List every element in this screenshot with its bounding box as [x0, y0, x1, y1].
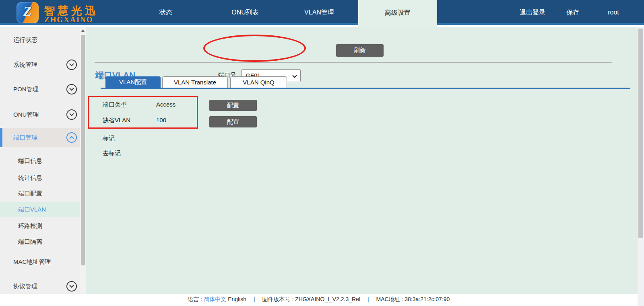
configure-default-vlan-button[interactable]: 配置: [209, 116, 257, 127]
main-content: 端口VLAN 端口号 GE01 刷新 VLAN配置 VLAN Translate…: [86, 27, 638, 294]
firmware-label: 固件版本号 :: [262, 296, 295, 302]
page-scrollbar-thumb[interactable]: [638, 29, 643, 238]
tab-vlan-config[interactable]: VLAN配置: [105, 76, 161, 88]
nav-tab-vlan-management[interactable]: VLAN管理: [304, 0, 334, 25]
sidebar-item-protocol-management[interactable]: 协议管理: [13, 282, 37, 290]
language-label: 语言 :: [188, 296, 202, 302]
sidebar-item-loop-detection[interactable]: 环路检测: [18, 222, 42, 230]
configure-port-type-button[interactable]: 配置: [209, 100, 257, 111]
sidebar-item-port-vlan-selected[interactable]: 端口VLAN: [0, 202, 80, 217]
user-account-label[interactable]: root: [608, 0, 619, 25]
port-type-value: Access: [156, 101, 175, 108]
chevron-down-icon[interactable]: [66, 109, 77, 120]
brand-logo: Z 智慧光迅 ZHGXAINO: [17, 2, 109, 25]
logout-button[interactable]: 退出登录: [520, 0, 545, 25]
page-scrollbar[interactable]: [638, 27, 644, 306]
chevron-down-icon[interactable]: [66, 281, 77, 292]
sidebar-item-label: 端口VLAN: [18, 202, 46, 217]
section-divider: [95, 62, 612, 63]
logo-glyph: Z: [17, 4, 39, 19]
chevron-up-icon[interactable]: [66, 132, 77, 143]
sidebar-item-pon-management[interactable]: PON管理: [13, 85, 39, 93]
chevron-down-icon[interactable]: [66, 60, 77, 70]
chevron-down-icon[interactable]: [66, 84, 77, 94]
nav-tab-onu-list[interactable]: ONU列表: [231, 0, 259, 25]
sidebar-item-port-info[interactable]: 端口信息: [18, 157, 42, 165]
default-vlan-label: 缺省VLAN: [103, 117, 130, 124]
sidebar-scrollbar-thumb[interactable]: [81, 35, 85, 265]
footer-separator: |: [254, 296, 255, 302]
sidebar-scrollbar[interactable]: [80, 27, 86, 306]
firmware-value: ZHGXAINO_I_V2.2.3_Rel: [295, 296, 360, 302]
brand-logo-icon: Z: [17, 2, 39, 23]
scroll-up-arrow-icon[interactable]: [81, 29, 85, 32]
port-type-label: 端口类型: [103, 101, 127, 109]
refresh-button[interactable]: 刷新: [336, 44, 384, 57]
footer-separator: |: [367, 296, 369, 302]
language-link-english[interactable]: English: [228, 296, 246, 302]
brand-subtitle: ZHGXAINO: [44, 15, 93, 24]
mac-address-label: MAC地址 :: [376, 296, 405, 302]
sidebar-item-label: 端口管理: [13, 128, 37, 147]
sidebar-menu: 运行状态 系统管理 PON管理 ONU管理 端口管理 端口信息 统计信息 端口配…: [0, 27, 86, 306]
footer-bar: 语言 : 简体中文 English | 固件版本号 : ZHGXAINO_I_V…: [0, 294, 638, 306]
default-vlan-value: 100: [156, 117, 166, 123]
mac-address-value: 38:3a:21:2c:07:90: [405, 296, 450, 302]
top-navbar: Z 智慧光迅 ZHGXAINO 状态 ONU列表 VLAN管理 退出登录 保存 …: [0, 0, 644, 25]
tab-vlan-qinq[interactable]: VLAN QinQ: [230, 76, 287, 88]
sidebar-item-port-isolation[interactable]: 端口隔离: [18, 238, 42, 246]
sidebar-item-running-status[interactable]: 运行状态: [13, 36, 37, 44]
sidebar-item-port-config[interactable]: 端口配置: [18, 189, 42, 197]
save-button[interactable]: 保存: [566, 0, 579, 25]
language-link-chinese[interactable]: 简体中文: [204, 296, 226, 302]
nav-tab-advanced-settings-active[interactable]: 高级设置: [358, 0, 437, 27]
tab-underline: [101, 88, 630, 89]
untagged-label: 去标记: [103, 150, 121, 157]
nav-tab-status[interactable]: 状态: [159, 0, 172, 25]
tagged-label: 标记: [103, 135, 115, 142]
sidebar-item-onu-management[interactable]: ONU管理: [13, 111, 39, 119]
tab-vlan-translate[interactable]: VLAN Translate: [162, 76, 228, 88]
sidebar-item-statistics[interactable]: 统计信息: [18, 174, 42, 182]
red-ellipse-annotation: [203, 35, 306, 62]
sidebar-item-mac-address-management[interactable]: MAC地址管理: [13, 258, 51, 266]
sidebar-item-system-management[interactable]: 系统管理: [13, 61, 37, 69]
